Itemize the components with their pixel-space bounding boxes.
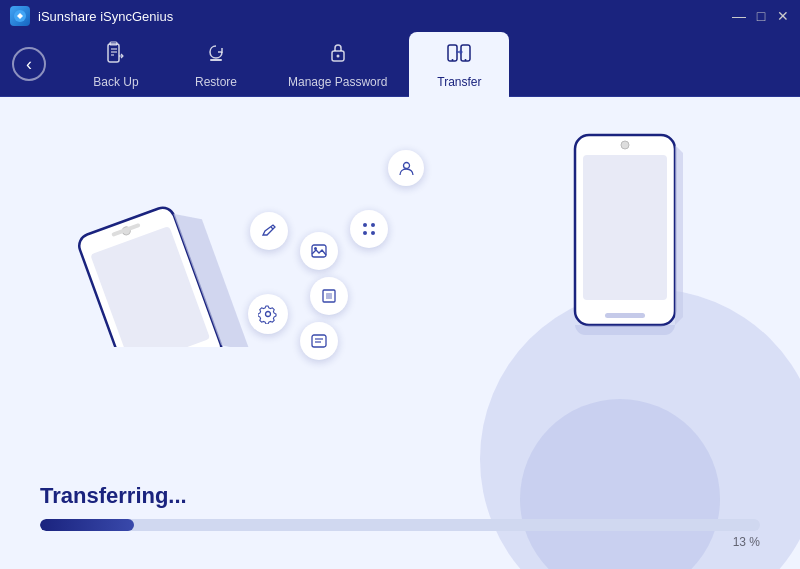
main-content: Transferring... 13 % (0, 97, 800, 569)
svg-rect-10 (461, 45, 470, 61)
tab-backup[interactable]: Back Up (66, 32, 166, 97)
title-bar: iSunshare iSyncGenius — □ ✕ (0, 0, 800, 32)
backup-icon (103, 40, 129, 71)
transfer-icon (446, 40, 472, 71)
window-controls: — □ ✕ (732, 9, 790, 23)
source-phone (55, 147, 275, 351)
svg-point-8 (336, 54, 339, 57)
svg-point-11 (452, 59, 454, 61)
svg-point-21 (363, 223, 367, 227)
svg-point-22 (371, 223, 375, 227)
app-title: iSunshare iSyncGenius (38, 9, 173, 24)
password-icon (325, 40, 351, 71)
svg-rect-6 (210, 59, 222, 61)
svg-rect-9 (448, 45, 457, 61)
svg-point-24 (371, 231, 375, 235)
nav-bar: ‹ Back Up (0, 32, 800, 97)
svg-point-20 (314, 247, 317, 250)
tab-transfer-label: Transfer (437, 75, 481, 89)
svg-rect-29 (312, 335, 326, 347)
illustration (0, 97, 800, 473)
tab-transfer[interactable]: Transfer (409, 32, 509, 97)
progress-bar-fill (40, 519, 134, 531)
progress-bar-container (40, 519, 760, 531)
tab-backup-label: Back Up (93, 75, 138, 89)
svg-point-34 (621, 141, 629, 149)
svg-rect-27 (326, 293, 332, 299)
svg-point-12 (465, 59, 467, 61)
svg-point-23 (363, 231, 367, 235)
close-button[interactable]: ✕ (776, 9, 790, 23)
tab-restore[interactable]: Restore (166, 32, 266, 97)
svg-point-28 (266, 312, 271, 317)
restore-icon (203, 40, 229, 71)
title-bar-left: iSunshare iSyncGenius (10, 6, 173, 26)
svg-rect-35 (605, 313, 645, 318)
svg-rect-33 (583, 155, 667, 300)
tab-password[interactable]: Manage Password (266, 32, 409, 97)
minimize-button[interactable]: — (732, 9, 746, 23)
svg-rect-1 (108, 44, 119, 62)
tab-password-label: Manage Password (288, 75, 387, 89)
svg-line-18 (271, 227, 273, 229)
svg-point-25 (403, 162, 409, 168)
tab-restore-label: Restore (195, 75, 237, 89)
back-button[interactable]: ‹ (12, 47, 46, 81)
nav-tabs: Back Up Restore Manage Pas (66, 32, 509, 97)
target-phone (555, 125, 695, 349)
maximize-button[interactable]: □ (754, 9, 768, 23)
app-logo (10, 6, 30, 26)
